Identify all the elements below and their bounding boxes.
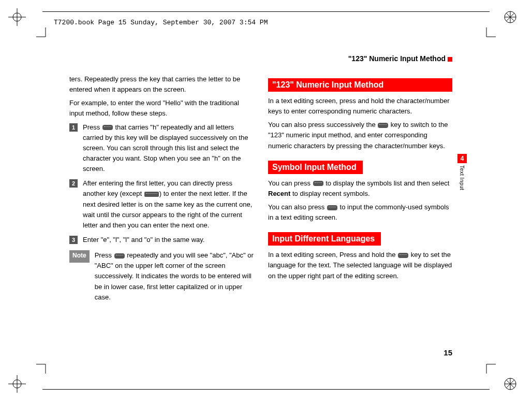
crop-mark-bottom-right — [495, 364, 526, 395]
running-head-marker — [448, 57, 452, 62]
intro-paragraph-2: For example, to enter the word "Hello" w… — [69, 98, 254, 119]
chapter-tab: 4 — [457, 154, 467, 163]
key-icon — [144, 192, 159, 197]
section-heading-123: "123" Numeric Input Method — [268, 78, 452, 92]
crop-mark-bottom-left — [6, 364, 37, 395]
key-icon — [378, 123, 388, 128]
step-3-text: Enter "e", "l", "l" and "o" in the same … — [83, 235, 254, 245]
left-column: ters. Repeatedly press the key that carr… — [69, 74, 254, 355]
step-2: 2 After entering the first letter, you c… — [69, 178, 254, 231]
page-body: "123" Numeric Input Method 4 Text Input … — [69, 54, 452, 355]
right-column: "123" Numeric Input Method In a text edi… — [268, 74, 452, 355]
step-1-text: Press that carries "h" repeatedly and al… — [83, 122, 254, 175]
p-123-2: You can also press successively the key … — [268, 120, 452, 151]
note-text: Press repeatedly and you will see "abc",… — [95, 250, 254, 303]
step-number-2: 2 — [69, 179, 78, 188]
section-heading-languages: Input Different Languages — [268, 232, 381, 246]
p-symbol-2: You can also press to input the commonly… — [268, 202, 452, 223]
section-heading-symbol: Symbol Input Method — [268, 161, 363, 174]
crop-mark-top-left — [6, 6, 37, 37]
note-badge: Note — [69, 250, 90, 263]
intro-paragraph-1: ters. Repeatedly press the key that carr… — [69, 74, 254, 95]
running-head: "123" Numeric Input Method — [348, 54, 452, 63]
p-123-1: In a text editing screen, press and hold… — [268, 96, 452, 117]
header-rule — [42, 11, 490, 12]
p-lang-1: In a text editing screen, Press and hold… — [268, 250, 452, 281]
key-icon — [313, 181, 323, 186]
note-block: Note Press repeatedly and you will see "… — [69, 250, 254, 303]
chapter-tab-label: Text Input — [459, 165, 465, 190]
crop-corner-bl — [36, 353, 57, 374]
step-number-3: 3 — [69, 236, 78, 244]
key-icon — [327, 205, 337, 210]
key-icon — [102, 125, 113, 130]
doc-header: T7200.book Page 15 Sunday, September 30,… — [54, 19, 268, 26]
running-head-text: "123" Numeric Input Method — [348, 54, 446, 63]
footer-rule — [42, 389, 490, 390]
bold-recent: Recent — [268, 190, 290, 197]
p-symbol-1: You can press to display the symbols lis… — [268, 178, 452, 199]
step-3: 3 Enter "e", "l", "l" and "o" in the sam… — [69, 235, 254, 245]
step-number-1: 1 — [69, 123, 78, 132]
crop-corner-br — [475, 353, 496, 374]
crop-corner-tr — [475, 27, 496, 48]
key-icon — [398, 253, 408, 258]
two-column-content: ters. Repeatedly press the key that carr… — [69, 74, 452, 355]
key-icon — [114, 253, 125, 259]
step-1: 1 Press that carries "h" repeatedly and … — [69, 122, 254, 175]
crop-mark-top-right — [495, 6, 526, 37]
step-2-text: After entering the first letter, you can… — [83, 178, 254, 231]
page-number: 15 — [444, 348, 452, 357]
crop-corner-tl — [36, 27, 57, 48]
